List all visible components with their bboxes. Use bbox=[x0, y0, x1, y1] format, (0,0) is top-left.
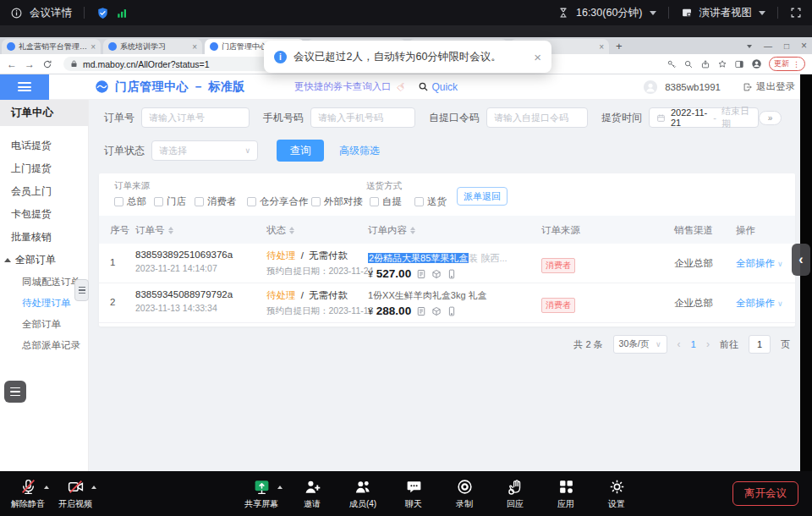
settings-button[interactable]: 设置 bbox=[597, 476, 636, 510]
date-range-picker[interactable]: 2022-11-21 - 结束日期 bbox=[649, 107, 759, 128]
sidebar-item-door-pickup[interactable]: 上门提货 bbox=[0, 157, 88, 180]
reaction-button[interactable]: 回应 bbox=[496, 476, 535, 510]
share-icon[interactable] bbox=[700, 59, 710, 69]
window-minimize-icon[interactable]: — bbox=[764, 41, 772, 51]
unmute-button[interactable]: 解除静音 bbox=[8, 476, 47, 510]
toast-close-icon[interactable]: × bbox=[534, 50, 541, 64]
sidebar-subitem-hq-dispatch-log[interactable]: 总部派单记录 bbox=[0, 335, 88, 356]
security-shield-icon[interactable] bbox=[96, 7, 109, 19]
search-button[interactable]: 查询 bbox=[277, 140, 324, 162]
chat-button[interactable]: 聊天 bbox=[394, 476, 433, 510]
checkbox-warehouse-share[interactable]: 仓分享合作 bbox=[247, 195, 309, 208]
meeting-drawer-handle[interactable]: ‹ bbox=[792, 244, 810, 276]
sidebar-subitem-all-orders[interactable]: 全部订单 bbox=[0, 314, 88, 335]
start-video-button[interactable]: 开启视频 bbox=[56, 476, 95, 510]
app-title: 门店管理中心 － 标准版 bbox=[115, 80, 245, 95]
order-status-select[interactable]: 请选择 ∨ bbox=[151, 140, 258, 161]
password-key-icon[interactable] bbox=[667, 59, 677, 69]
chrome-update-button[interactable]: 更新 ⋮ bbox=[769, 57, 805, 71]
annotation-handle[interactable] bbox=[74, 279, 89, 301]
meeting-details-label[interactable]: 会议详情 bbox=[30, 6, 72, 20]
dispatch-return-button[interactable]: 派单退回 bbox=[457, 187, 508, 206]
checkbox-icon bbox=[154, 197, 163, 206]
sidebar-item-member-visit[interactable]: 会员上门 bbox=[0, 180, 88, 203]
note-icon[interactable] bbox=[416, 269, 426, 279]
chat-icon bbox=[405, 476, 423, 497]
phone-icon[interactable] bbox=[447, 306, 457, 316]
invite-button[interactable]: 邀请 bbox=[293, 476, 332, 510]
view-mode-label[interactable]: 演讲者视图 bbox=[700, 6, 753, 20]
advanced-filter-link[interactable]: 高级筛选 bbox=[339, 144, 380, 158]
checkbox-consumer[interactable]: 消费者 bbox=[195, 195, 237, 208]
apps-button[interactable]: 应用 bbox=[546, 476, 585, 510]
checkbox-delivery[interactable]: 送货 bbox=[414, 195, 447, 208]
forward-icon[interactable]: → bbox=[25, 58, 35, 70]
meeting-info-icon[interactable] bbox=[10, 7, 23, 19]
leave-meeting-button[interactable]: 离开会议 bbox=[732, 481, 798, 506]
menu-hamburger-button[interactable] bbox=[0, 74, 49, 100]
goto-page-input[interactable] bbox=[749, 335, 771, 354]
col-source: 订单来源 bbox=[541, 224, 580, 237]
window-menu-icon[interactable] bbox=[747, 45, 752, 51]
mic-options-caret[interactable] bbox=[44, 483, 49, 489]
coupon-query-link[interactable]: 更快捷的券卡查询入口 bbox=[294, 80, 392, 93]
pickup-code-input[interactable] bbox=[486, 107, 588, 128]
profile-avatar-icon[interactable] bbox=[751, 58, 762, 69]
checkbox-self-pickup[interactable]: 自提 bbox=[370, 195, 402, 208]
package-icon[interactable] bbox=[431, 269, 442, 279]
chrome-menu-icon[interactable]: ⋮ bbox=[793, 60, 800, 69]
record-button[interactable]: 录制 bbox=[445, 476, 484, 510]
browser-tab-1[interactable]: 礼盒营销平台管理中心 × bbox=[2, 39, 101, 54]
phone-icon[interactable] bbox=[447, 269, 457, 279]
sort-icon[interactable] bbox=[289, 227, 294, 235]
tab-close-icon[interactable]: × bbox=[91, 42, 96, 52]
fullscreen-icon[interactable] bbox=[790, 7, 802, 19]
members-button[interactable]: 成员(4) bbox=[343, 476, 382, 510]
package-icon[interactable] bbox=[431, 306, 442, 316]
bookmark-star-icon[interactable] bbox=[717, 59, 727, 69]
zoom-icon[interactable] bbox=[683, 59, 694, 69]
note-icon[interactable] bbox=[416, 306, 426, 316]
next-page-icon[interactable]: › bbox=[706, 338, 710, 350]
expand-filters-button[interactable]: » bbox=[759, 111, 782, 125]
sidebar-item-batch-verify[interactable]: 批量核销 bbox=[0, 226, 88, 249]
collapse-triangle-icon bbox=[4, 255, 11, 262]
tab-close-icon[interactable]: × bbox=[192, 42, 197, 52]
new-tab-button[interactable]: + bbox=[616, 41, 623, 52]
browser-tab-2[interactable]: 系统培训学习 × bbox=[103, 39, 202, 54]
toolbar-label: 解除静音 bbox=[11, 498, 45, 510]
sidebar-item-phone-pickup[interactable]: 电话提货 bbox=[0, 134, 88, 157]
share-screen-button[interactable]: 共享屏幕 bbox=[242, 476, 281, 510]
checkbox-external[interactable]: 外部对接 bbox=[311, 195, 363, 208]
network-signal-icon[interactable] bbox=[116, 7, 129, 19]
sidebar-item-card-pickup[interactable]: 卡包提货 bbox=[0, 203, 88, 226]
order-no-input[interactable] bbox=[141, 107, 250, 128]
camera-options-caret[interactable] bbox=[91, 483, 96, 489]
reload-icon[interactable] bbox=[42, 59, 52, 69]
tab-favicon bbox=[7, 42, 15, 51]
timer-caret-icon[interactable] bbox=[650, 11, 656, 19]
quick-search[interactable]: Quick bbox=[418, 81, 458, 93]
page-size-select[interactable]: 30条/页 ∨ bbox=[613, 335, 667, 354]
row-action-dropdown[interactable]: 全部操作 ∨ bbox=[736, 297, 783, 310]
user-avatar bbox=[643, 80, 658, 95]
logout-button[interactable]: 退出登录 bbox=[743, 80, 795, 93]
current-page[interactable]: 1 bbox=[691, 339, 696, 349]
meeting-sidebar-toggle[interactable] bbox=[4, 381, 26, 403]
sort-icon[interactable] bbox=[168, 227, 173, 235]
tab-title: 系统培训学习 bbox=[120, 41, 189, 52]
checkbox-store[interactable]: 门店 bbox=[154, 195, 186, 208]
checkbox-hq[interactable]: 总部 bbox=[114, 195, 146, 208]
sidebar-group-all-orders[interactable]: 全部订单 bbox=[0, 249, 88, 272]
tab-close-icon[interactable]: × bbox=[599, 42, 604, 52]
side-panel-icon[interactable] bbox=[734, 59, 744, 69]
phone-input[interactable] bbox=[310, 107, 415, 128]
view-caret-icon[interactable] bbox=[759, 11, 765, 19]
row-action-dropdown[interactable]: 全部操作 ∨ bbox=[736, 257, 783, 270]
back-icon[interactable]: ← bbox=[7, 58, 17, 70]
prev-page-icon[interactable]: ‹ bbox=[678, 338, 681, 350]
window-close-icon[interactable]: × bbox=[801, 40, 807, 52]
window-maximize-icon[interactable]: □ bbox=[784, 41, 789, 51]
sort-icon[interactable] bbox=[410, 227, 415, 235]
share-options-caret[interactable] bbox=[277, 483, 283, 489]
